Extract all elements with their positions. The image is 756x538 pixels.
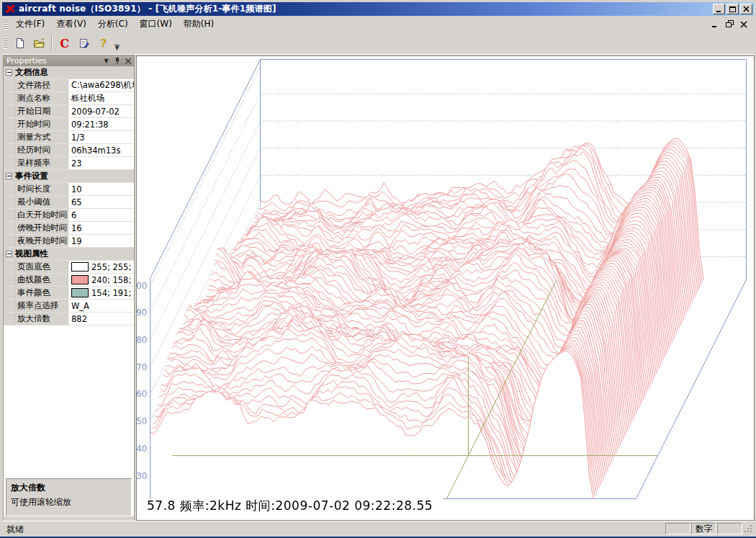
help-icon: ? xyxy=(100,37,107,50)
property-value[interactable]: 882 xyxy=(68,313,134,325)
collapse-icon[interactable]: − xyxy=(6,251,12,257)
property-value[interactable]: 154; 191; 186 xyxy=(68,287,134,299)
property-value[interactable]: 06h34m13s xyxy=(68,144,134,156)
row-gutter xyxy=(4,79,15,91)
property-value[interactable]: C:\awa6298\机场 xyxy=(68,79,134,91)
resize-grip[interactable] xyxy=(744,524,753,534)
property-row[interactable]: 曲线颜色240; 158; 158 xyxy=(4,274,134,287)
property-row[interactable]: 傍晚开始时间16 xyxy=(4,222,134,235)
row-gutter xyxy=(4,313,15,325)
color-value-text: 255; 255; 255 xyxy=(91,262,134,272)
property-label: 页面底色 xyxy=(15,261,68,273)
collapse-icon[interactable]: − xyxy=(6,173,12,179)
property-value[interactable]: 240; 158; 158 xyxy=(68,274,134,286)
row-gutter xyxy=(4,209,15,221)
property-row[interactable]: 测量方式1/3 xyxy=(4,131,134,144)
mdi-close-button[interactable] xyxy=(739,20,748,29)
property-value[interactable]: 1/3 xyxy=(68,131,134,143)
property-label: 傍晚开始时间 xyxy=(15,222,68,234)
property-row[interactable]: 频率点选择W_A xyxy=(4,300,134,313)
row-gutter xyxy=(4,144,15,156)
mdi-minimize-icon xyxy=(711,21,719,28)
row-gutter xyxy=(4,157,15,169)
property-label: 夜晚开始时间 xyxy=(15,235,68,247)
menubar-grip[interactable] xyxy=(4,19,7,30)
record-c-icon: C xyxy=(60,37,69,50)
property-value[interactable]: 65 xyxy=(68,196,134,208)
panel-close-button[interactable] xyxy=(124,57,132,65)
description-text: 可使用滚轮缩放 xyxy=(11,496,127,508)
property-label: 开始日期 xyxy=(15,105,68,117)
property-row[interactable]: 夜晚开始时间19 xyxy=(4,235,134,248)
property-label: 测量方式 xyxy=(15,131,68,143)
mdi-restore-button[interactable] xyxy=(725,20,734,29)
row-gutter xyxy=(4,105,15,117)
property-value[interactable]: 16 xyxy=(68,222,134,234)
row-gutter xyxy=(4,92,15,104)
panel-menu-button[interactable]: ▼ xyxy=(102,57,110,65)
collapse-icon[interactable]: − xyxy=(6,69,12,76)
properties-sheet-button[interactable] xyxy=(75,35,93,52)
menu-item-analysis[interactable]: 分析(C) xyxy=(92,16,134,32)
minimize-button[interactable] xyxy=(713,4,725,14)
waterfall-canvas[interactable] xyxy=(137,56,754,520)
open-folder-button[interactable] xyxy=(30,35,48,52)
color-value-text: 240; 158; 158 xyxy=(91,275,134,285)
property-row[interactable]: 放大倍数882 xyxy=(4,313,134,326)
row-gutter xyxy=(4,118,15,130)
status-cell-3 xyxy=(717,523,742,534)
panel-pin-button[interactable] xyxy=(113,57,121,65)
section-header[interactable]: −事件设置 xyxy=(4,170,134,183)
color-swatch[interactable] xyxy=(71,288,89,297)
menu-item-help[interactable]: 帮助(H) xyxy=(178,16,220,32)
mdi-minimize-button[interactable] xyxy=(711,20,719,29)
color-swatch[interactable] xyxy=(71,262,89,272)
menu-item-file[interactable]: 文件(F) xyxy=(10,16,50,32)
property-value[interactable]: 10 xyxy=(68,183,134,195)
new-document-button[interactable] xyxy=(11,35,29,52)
property-row[interactable]: 最小阈值65 xyxy=(4,196,134,209)
property-label: 经历时间 xyxy=(15,144,68,156)
property-value[interactable]: 栎社机场 xyxy=(68,92,134,104)
section-title: 视图属性 xyxy=(12,248,48,259)
properties-panel-header[interactable]: Properties ▼ xyxy=(4,55,134,66)
menu-item-view[interactable]: 查看(V) xyxy=(50,16,92,32)
record-c-button[interactable]: C xyxy=(55,35,73,52)
property-value[interactable]: 255; 255; 255 xyxy=(68,261,134,273)
property-label: 频率点选择 xyxy=(15,300,68,312)
close-icon xyxy=(743,6,750,12)
property-row[interactable]: 时间长度10 xyxy=(4,183,134,196)
property-row[interactable]: 经历时间06h34m13s xyxy=(4,144,134,157)
property-row[interactable]: 文件路径C:\awa6298\机场 xyxy=(4,79,134,92)
app-window: aircraft noise（ISO3891） - [飞机噪声分析1-事件1频谱… xyxy=(0,0,756,538)
property-row[interactable]: 采样频率23 xyxy=(4,157,134,170)
property-label: 事件颜色 xyxy=(15,287,68,299)
chevron-down-icon: ▼ xyxy=(114,47,119,50)
property-value[interactable]: 2009-07-02 xyxy=(68,105,134,117)
property-row[interactable]: 页面底色255; 255; 255 xyxy=(4,261,134,274)
property-value[interactable]: 09:21:38 xyxy=(68,118,134,130)
property-grid: −文档信息文件路径C:\awa6298\机场测点名称栎社机场开始日期2009-0… xyxy=(4,66,134,326)
property-value[interactable]: 23 xyxy=(68,157,134,169)
help-button[interactable]: ? xyxy=(94,35,112,52)
section-header[interactable]: −视图属性 xyxy=(4,248,134,261)
toolbar-grip[interactable] xyxy=(4,37,7,49)
section-header[interactable]: −文档信息 xyxy=(4,66,134,79)
property-value[interactable]: W_A xyxy=(68,300,134,312)
close-button[interactable] xyxy=(740,4,752,14)
property-row[interactable]: 测点名称栎社机场 xyxy=(4,92,134,105)
property-row[interactable]: 事件颜色154; 191; 186 xyxy=(4,287,134,300)
properties-panel-title: Properties xyxy=(6,56,47,66)
title-bar[interactable]: aircraft noise（ISO3891） - [飞机噪声分析1-事件1频谱… xyxy=(2,2,754,16)
maximize-button[interactable] xyxy=(726,4,739,14)
toolbar-overflow-button[interactable]: ▼ xyxy=(114,45,120,50)
color-swatch[interactable] xyxy=(71,275,89,284)
menu-item-window[interactable]: 窗口(W) xyxy=(134,16,178,32)
property-row[interactable]: 白天开始时间6 xyxy=(4,209,134,222)
property-row[interactable]: 开始时间09:21:38 xyxy=(4,118,134,131)
property-row[interactable]: 开始日期2009-07-02 xyxy=(4,105,134,118)
property-value[interactable]: 6 xyxy=(68,209,134,221)
close-icon xyxy=(125,58,131,64)
row-gutter xyxy=(4,196,15,208)
property-value[interactable]: 19 xyxy=(68,235,134,247)
